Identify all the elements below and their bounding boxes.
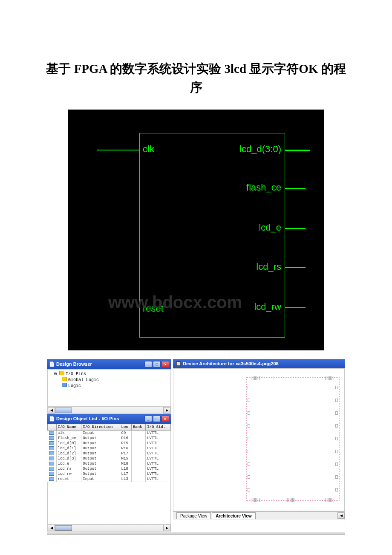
scroll-left-icon[interactable]: ◀ xyxy=(48,525,55,531)
table-row[interactable]: resetInputL13LVTTL xyxy=(48,477,171,482)
cell-bank xyxy=(131,471,145,477)
table-row[interactable]: flash_ceOutputD16LVTTL xyxy=(48,436,171,441)
chip-outline xyxy=(246,377,340,501)
io-table-area: I/O Name I/O Direction Loc Bank I/O Std.… xyxy=(47,424,171,524)
watermark-text: www.bdocx.com xyxy=(108,293,242,312)
tree-item-global-logic[interactable]: Global Logic xyxy=(49,377,169,383)
tool-screenshot: 📄 Design Browser _ □ × ⊞ I/O Pins Global… xyxy=(47,359,345,535)
tree-item-io-pins[interactable]: ⊞ I/O Pins xyxy=(49,371,169,377)
table-row[interactable]: lcd_d[3]OutputM15LVTTL xyxy=(48,456,171,461)
cell-loc: M15 xyxy=(120,456,131,461)
maximize-button[interactable]: □ xyxy=(153,361,161,367)
cell-dir: Input xyxy=(81,477,120,482)
left-pane: 📄 Design Browser _ □ × ⊞ I/O Pins Global… xyxy=(47,359,171,532)
cell-loc: C9 xyxy=(120,431,131,436)
cell-bank xyxy=(131,446,145,451)
cell-bank xyxy=(131,477,145,482)
scroll-thumb[interactable] xyxy=(55,408,72,413)
table-row[interactable]: lcd_d[2]OutputP17LVTTL xyxy=(48,451,171,456)
scroll-right-icon[interactable]: ▶ xyxy=(163,525,170,531)
th-loc[interactable]: Loc xyxy=(120,424,131,431)
cell-name: lcd_rs xyxy=(56,466,81,471)
minimize-button[interactable]: _ xyxy=(144,416,152,422)
pin-icon xyxy=(49,472,54,476)
cell-bank xyxy=(131,431,145,436)
cell-dir: Output xyxy=(81,461,120,466)
scroll-left-icon[interactable]: ◀ xyxy=(48,407,55,413)
pin-icon xyxy=(49,431,54,435)
pin-icon xyxy=(49,451,54,455)
cell-loc: M18 xyxy=(120,461,131,466)
cell-dir: Output xyxy=(81,466,120,471)
cell-dir: Output xyxy=(81,451,120,456)
pin-icon xyxy=(49,446,54,450)
cell-loc: R16 xyxy=(120,446,131,451)
cell-name: lcd_e xyxy=(56,461,81,466)
doc-icon: 🔲 xyxy=(176,361,182,366)
pin-icon xyxy=(49,436,54,440)
tab-scroll-left-icon[interactable]: ◀ xyxy=(337,512,345,519)
wire-lcd-rw xyxy=(285,307,306,308)
cell-dir: Output xyxy=(81,446,120,451)
cell-loc: L18 xyxy=(120,466,131,471)
table-scrollbar[interactable]: ◀ ▶ xyxy=(47,524,171,532)
table-row[interactable]: lcd_d[0]OutputR15LVTTL xyxy=(48,441,171,446)
cell-name: flash_ce xyxy=(56,436,81,441)
th-std[interactable]: I/O Std. xyxy=(146,424,171,431)
cell-bank xyxy=(131,451,145,456)
port-lcd-d: lcd_d(3:0) xyxy=(239,144,281,155)
design-browser-titlebar: 📄 Design Browser _ □ × xyxy=(47,359,171,369)
th-icon[interactable] xyxy=(48,424,57,431)
cell-name: lcd_d[0] xyxy=(56,441,81,446)
cell-std: LVTTL xyxy=(146,451,171,456)
device-pane: 🔲 Device Architecture for xa3s500e-4-pqg… xyxy=(173,359,345,534)
view-tabs: Package View Architecture View ◀ xyxy=(173,511,345,520)
cell-bank xyxy=(131,456,145,461)
tree-scrollbar[interactable]: ◀ ▶ xyxy=(47,407,171,414)
port-lcd-rw: lcd_rw xyxy=(254,301,281,312)
tab-architecture-view[interactable]: Architecture View xyxy=(212,512,255,519)
th-name[interactable]: I/O Name xyxy=(56,424,81,431)
minimize-button[interactable]: _ xyxy=(144,361,152,367)
cell-std: LVTTL xyxy=(146,446,171,451)
port-lcd-rs: lcd_rs xyxy=(256,261,281,272)
device-titlebar: 🔲 Device Architecture for xa3s500e-4-pqg… xyxy=(173,359,345,368)
cell-std: LVTTL xyxy=(146,456,171,461)
device-architecture-view[interactable] xyxy=(173,368,345,511)
cell-loc: L13 xyxy=(120,477,131,482)
wire-flash-ce xyxy=(285,188,306,189)
cell-std: LVTTL xyxy=(146,431,171,436)
th-direction[interactable]: I/O Direction xyxy=(81,424,120,431)
maximize-button[interactable]: □ xyxy=(153,416,161,422)
io-pins-table[interactable]: I/O Name I/O Direction Loc Bank I/O Std.… xyxy=(47,424,171,482)
cell-bank xyxy=(131,461,145,466)
object-list-titlebar: 📄 Design Object List - I/O Pins _ □ × xyxy=(47,414,171,424)
scroll-thumb[interactable] xyxy=(55,525,72,531)
table-row[interactable]: lcd_d[1]OutputR16LVTTL xyxy=(48,446,171,451)
pin-icon xyxy=(49,477,54,481)
design-tree[interactable]: ⊞ I/O Pins Global Logic Logic xyxy=(47,369,171,407)
port-lcd-e: lcd_e xyxy=(259,222,281,233)
wire-lcd-rs xyxy=(285,267,306,268)
table-row[interactable]: lcd_eOutputM18LVTTL xyxy=(48,461,171,466)
cell-name: clk xyxy=(56,431,81,436)
port-flash-ce: flash_ce xyxy=(246,182,281,193)
tab-package-view[interactable]: Package View xyxy=(176,512,211,519)
table-row[interactable]: lcd_rsOutputL18LVTTL xyxy=(48,466,171,471)
tree-item-logic[interactable]: Logic xyxy=(49,383,169,389)
close-button[interactable]: × xyxy=(161,361,169,367)
cell-dir: Output xyxy=(81,471,120,477)
cell-std: LVTTL xyxy=(146,471,171,477)
pin-icon xyxy=(49,441,54,445)
scroll-right-icon[interactable]: ▶ xyxy=(163,407,170,413)
cell-name: lcd_rw xyxy=(56,471,81,477)
object-list-title: Design Object List - I/O Pins xyxy=(56,416,119,421)
cell-dir: Output xyxy=(81,456,120,461)
cell-std: LVTTL xyxy=(146,436,171,441)
table-row[interactable]: lcd_rwOutputL17LVTTL xyxy=(48,471,171,477)
th-bank[interactable]: Bank xyxy=(131,424,145,431)
close-button[interactable]: × xyxy=(161,416,169,422)
table-row[interactable]: clkInputC9LVTTL xyxy=(48,431,171,436)
cell-name: lcd_d[1] xyxy=(56,446,81,451)
schematic-diagram: clk lcd_d(3:0) flash_ce lcd_e lcd_rs www… xyxy=(68,110,324,350)
